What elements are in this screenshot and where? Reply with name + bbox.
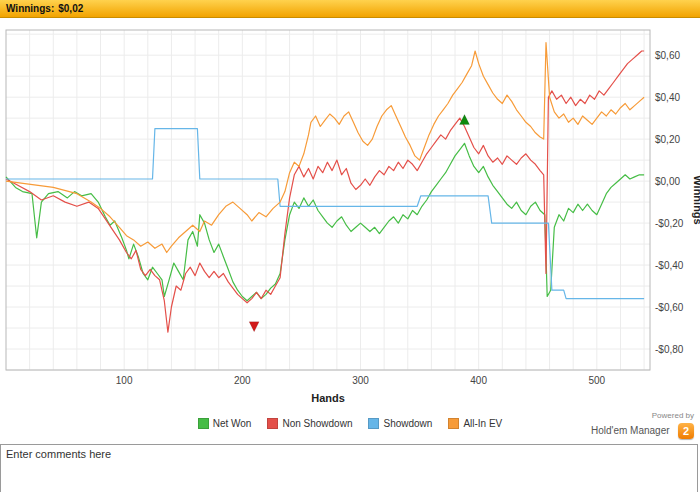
y-tick-label: $0,00 bbox=[655, 176, 680, 187]
x-tick-label: 400 bbox=[470, 375, 487, 386]
y-tick-label: $0,60 bbox=[655, 50, 680, 61]
showdown-swatch-icon bbox=[368, 418, 379, 429]
app-name-label: Hold'em Manager bbox=[591, 425, 670, 436]
x-tick-label: 100 bbox=[116, 375, 133, 386]
x-tick-label: 200 bbox=[234, 375, 251, 386]
legend-item-non-showdown[interactable]: Non Showdown bbox=[267, 418, 352, 429]
winnings-value: $0,02 bbox=[58, 3, 83, 14]
all-in-ev-swatch-icon bbox=[448, 418, 459, 429]
chart-area: 100200300400500$0,60$0,40$0,20$0,00-$0,2… bbox=[0, 26, 700, 412]
legend-label: Showdown bbox=[383, 418, 432, 429]
branding: Powered by Hold'em Manager 2 bbox=[591, 412, 694, 439]
marker-down-icon bbox=[249, 322, 259, 332]
plot-border bbox=[6, 30, 650, 370]
legend-label: Net Won bbox=[213, 418, 252, 429]
legend-label: All-In EV bbox=[463, 418, 502, 429]
legend-row: Net Won Non Showdown Showdown All-In EV … bbox=[0, 412, 700, 442]
y-tick-label: -$0,80 bbox=[655, 344, 684, 355]
series-non-showdown bbox=[6, 51, 644, 332]
y-tick-label: $0,20 bbox=[655, 134, 680, 145]
non-showdown-swatch-icon bbox=[267, 418, 278, 429]
y-tick-label: -$0,60 bbox=[655, 302, 684, 313]
powered-by-label: Powered by bbox=[591, 412, 694, 421]
x-axis-label: Hands bbox=[311, 392, 345, 404]
y-axis-label: Winnings bbox=[692, 175, 700, 224]
legend-item-net-won[interactable]: Net Won bbox=[198, 418, 252, 429]
winnings-label: Winnings: bbox=[6, 3, 54, 14]
comments-input[interactable] bbox=[0, 444, 698, 492]
legend-label: Non Showdown bbox=[282, 418, 352, 429]
legend-item-showdown[interactable]: Showdown bbox=[368, 418, 432, 429]
hm2-badge-icon: 2 bbox=[678, 423, 694, 439]
net-won-swatch-icon bbox=[198, 418, 209, 429]
y-tick-label: -$0,20 bbox=[655, 218, 684, 229]
x-tick-label: 300 bbox=[352, 375, 369, 386]
winnings-bar: Winnings:$0,02 bbox=[0, 0, 700, 18]
x-tick-label: 500 bbox=[588, 375, 605, 386]
series-all-in-ev bbox=[6, 43, 644, 253]
legend-item-all-in-ev[interactable]: All-In EV bbox=[448, 418, 502, 429]
winnings-chart: 100200300400500$0,60$0,40$0,20$0,00-$0,2… bbox=[0, 26, 700, 408]
y-tick-label: $0,40 bbox=[655, 92, 680, 103]
y-tick-label: -$0,40 bbox=[655, 260, 684, 271]
